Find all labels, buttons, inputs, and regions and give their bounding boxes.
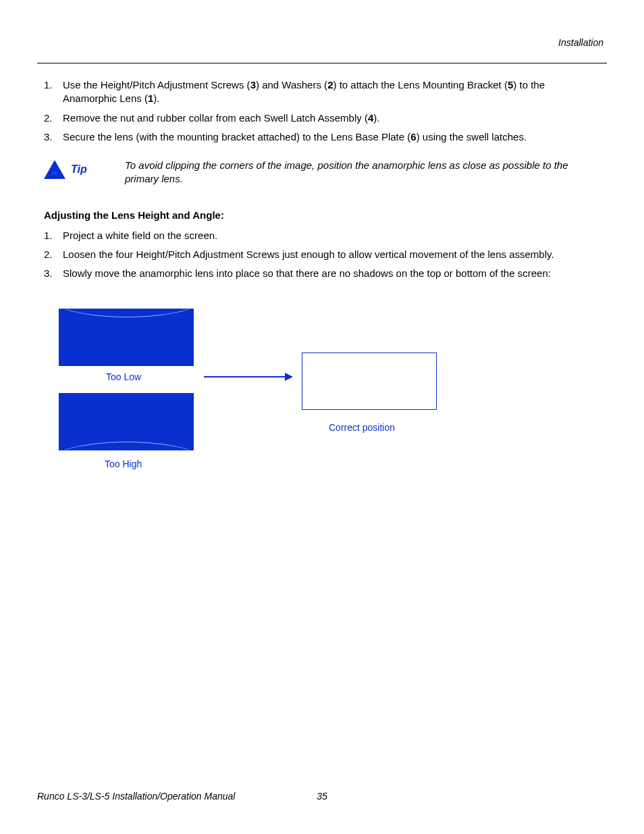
section-header: Installation: [37, 37, 607, 48]
diagram-label-correct: Correct position: [329, 422, 395, 433]
diagram-correct-rect: [302, 353, 437, 410]
steps-list-a: Use the Height/Pitch Adjustment Screws (…: [44, 78, 587, 144]
ref-num: 3: [250, 79, 256, 90]
arrow-icon: [204, 376, 292, 377]
step-b-2: Loosen the four Height/Pitch Adjustment …: [44, 248, 587, 261]
text: Secure the lens (with the mounting brack…: [63, 131, 410, 142]
text: ) using the swell latches.: [417, 131, 527, 142]
step-b-1: Project a white field on the screen.: [44, 229, 587, 242]
text: ).: [373, 112, 379, 124]
step-b-3: Slowly move the anamorphic lens into pla…: [44, 267, 587, 280]
step-a-3: Secure the lens (with the mounting brack…: [44, 130, 587, 144]
page-content: Use the Height/Pitch Adjustment Screws (…: [37, 78, 607, 484]
footer-title: Runco LS-3/LS-5 Installation/Operation M…: [37, 791, 235, 802]
diagram-label-too-low: Too Low: [106, 371, 141, 382]
tip-callout: Tip To avoid clipping the corners of the…: [44, 159, 587, 186]
ref-num: 6: [410, 131, 416, 142]
diagram-too-high-rect: [59, 393, 194, 450]
text: ) to attach the Lens Mounting Bracket (: [333, 79, 507, 90]
footer-page-number: 35: [317, 791, 327, 802]
lens-position-diagram: Too Low Too High Correct position: [59, 309, 587, 484]
text: ) and Washers (: [256, 79, 327, 90]
step-a-1: Use the Height/Pitch Adjustment Screws (…: [44, 78, 587, 106]
subheading: Adjusting the Lens Height and Angle:: [44, 209, 587, 221]
text: ).: [153, 93, 159, 104]
step-a-2: Remove the nut and rubber collar from ea…: [44, 111, 587, 125]
diagram-label-too-high: Too High: [105, 459, 142, 469]
ref-num: 4: [368, 112, 373, 124]
ref-num: 1: [148, 93, 153, 104]
tip-icon-wrap: Tip: [44, 159, 125, 179]
text: Remove the nut and rubber collar from ea…: [63, 112, 368, 124]
tip-label: Tip: [71, 163, 87, 176]
page-footer: Runco LS-3/LS-5 Installation/Operation M…: [37, 791, 607, 802]
tip-triangle-icon: [44, 160, 65, 179]
tip-text: To avoid clipping the corners of the ima…: [125, 159, 587, 186]
header-rule: [37, 63, 607, 63]
diagram-too-low-rect: [59, 309, 194, 366]
steps-list-b: Project a white field on the screen. Loo…: [44, 229, 587, 281]
text: Use the Height/Pitch Adjustment Screws (: [63, 79, 250, 90]
